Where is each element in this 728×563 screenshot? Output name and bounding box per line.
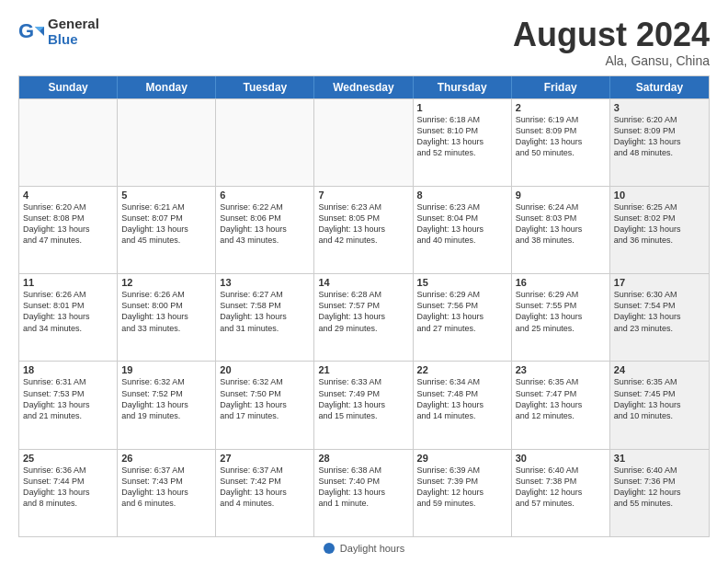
cal-cell: 24Sunrise: 6:35 AM Sunset: 7:45 PM Dayli… bbox=[610, 362, 709, 448]
footer-label: Daylight hours bbox=[340, 543, 404, 554]
day-number: 6 bbox=[220, 190, 310, 201]
cal-cell: 15Sunrise: 6:29 AM Sunset: 7:56 PM Dayli… bbox=[414, 274, 512, 361]
day-number: 18 bbox=[23, 364, 113, 375]
day-number: 31 bbox=[614, 453, 705, 464]
cal-cell: 16Sunrise: 6:29 AM Sunset: 7:55 PM Dayli… bbox=[512, 274, 610, 361]
day-info: Sunrise: 6:20 AM Sunset: 8:08 PM Dayligh… bbox=[23, 201, 113, 247]
title-block: August 2024 Ala, Gansu, China bbox=[513, 17, 710, 68]
day-number: 25 bbox=[23, 453, 113, 464]
day-info: Sunrise: 6:34 AM Sunset: 7:48 PM Dayligh… bbox=[417, 376, 507, 421]
day-number: 4 bbox=[23, 190, 113, 201]
day-number: 21 bbox=[318, 364, 408, 375]
day-info: Sunrise: 6:32 AM Sunset: 7:52 PM Dayligh… bbox=[121, 376, 211, 421]
cal-cell: 29Sunrise: 6:39 AM Sunset: 7:39 PM Dayli… bbox=[414, 450, 512, 536]
day-number: 11 bbox=[23, 277, 113, 288]
day-info: Sunrise: 6:23 AM Sunset: 8:04 PM Dayligh… bbox=[417, 201, 507, 247]
day-info: Sunrise: 6:37 AM Sunset: 7:43 PM Dayligh… bbox=[121, 465, 211, 510]
day-number: 26 bbox=[121, 453, 211, 464]
cal-row-1: 4Sunrise: 6:20 AM Sunset: 8:08 PM Daylig… bbox=[19, 186, 709, 273]
cal-header-thursday: Thursday bbox=[414, 76, 512, 98]
day-info: Sunrise: 6:33 AM Sunset: 7:49 PM Dayligh… bbox=[318, 376, 408, 421]
day-info: Sunrise: 6:37 AM Sunset: 7:42 PM Dayligh… bbox=[220, 465, 310, 510]
day-info: Sunrise: 6:40 AM Sunset: 7:36 PM Dayligh… bbox=[614, 465, 705, 510]
subtitle: Ala, Gansu, China bbox=[513, 53, 710, 68]
day-info: Sunrise: 6:35 AM Sunset: 7:45 PM Dayligh… bbox=[614, 376, 705, 421]
cal-header-tuesday: Tuesday bbox=[216, 76, 314, 98]
page: G General Blue August 2024 Ala, Gansu, C… bbox=[0, 0, 728, 563]
cal-cell: 30Sunrise: 6:40 AM Sunset: 7:38 PM Dayli… bbox=[512, 450, 610, 536]
cal-cell: 26Sunrise: 6:37 AM Sunset: 7:43 PM Dayli… bbox=[118, 450, 216, 536]
cal-cell: 12Sunrise: 6:26 AM Sunset: 8:00 PM Dayli… bbox=[118, 274, 216, 361]
calendar-header-row: SundayMondayTuesdayWednesdayThursdayFrid… bbox=[19, 76, 709, 98]
day-number: 3 bbox=[614, 102, 705, 113]
day-number: 14 bbox=[318, 277, 408, 288]
day-number: 9 bbox=[516, 190, 606, 201]
cal-cell bbox=[216, 99, 314, 186]
cal-cell bbox=[118, 99, 216, 186]
day-info: Sunrise: 6:31 AM Sunset: 7:53 PM Dayligh… bbox=[23, 376, 113, 421]
cal-cell: 3Sunrise: 6:20 AM Sunset: 8:09 PM Daylig… bbox=[610, 99, 709, 186]
svg-text:G: G bbox=[18, 19, 34, 42]
day-number: 28 bbox=[318, 453, 408, 464]
day-info: Sunrise: 6:23 AM Sunset: 8:05 PM Dayligh… bbox=[318, 201, 408, 247]
day-info: Sunrise: 6:18 AM Sunset: 8:10 PM Dayligh… bbox=[417, 114, 507, 159]
header: G General Blue August 2024 Ala, Gansu, C… bbox=[18, 17, 710, 68]
day-number: 24 bbox=[614, 364, 705, 375]
cal-cell: 25Sunrise: 6:36 AM Sunset: 7:44 PM Dayli… bbox=[19, 450, 118, 536]
cal-cell: 31Sunrise: 6:40 AM Sunset: 7:36 PM Dayli… bbox=[610, 450, 709, 536]
day-info: Sunrise: 6:35 AM Sunset: 7:47 PM Dayligh… bbox=[516, 376, 606, 421]
footer-dot bbox=[324, 543, 335, 554]
calendar-body: 1Sunrise: 6:18 AM Sunset: 8:10 PM Daylig… bbox=[19, 98, 709, 536]
main-title: August 2024 bbox=[513, 17, 710, 53]
day-number: 1 bbox=[417, 102, 507, 113]
day-number: 30 bbox=[516, 453, 606, 464]
day-info: Sunrise: 6:40 AM Sunset: 7:38 PM Dayligh… bbox=[516, 465, 606, 510]
cal-cell: 28Sunrise: 6:38 AM Sunset: 7:40 PM Dayli… bbox=[314, 450, 413, 536]
day-number: 12 bbox=[121, 277, 211, 288]
cal-cell: 4Sunrise: 6:20 AM Sunset: 8:08 PM Daylig… bbox=[19, 187, 118, 273]
day-info: Sunrise: 6:36 AM Sunset: 7:44 PM Dayligh… bbox=[23, 465, 113, 510]
cal-cell: 5Sunrise: 6:21 AM Sunset: 8:07 PM Daylig… bbox=[118, 187, 216, 273]
day-info: Sunrise: 6:21 AM Sunset: 8:07 PM Dayligh… bbox=[121, 201, 211, 247]
day-info: Sunrise: 6:19 AM Sunset: 8:09 PM Dayligh… bbox=[516, 114, 606, 159]
day-number: 20 bbox=[220, 364, 310, 375]
cal-cell: 19Sunrise: 6:32 AM Sunset: 7:52 PM Dayli… bbox=[118, 362, 216, 448]
calendar: SundayMondayTuesdayWednesdayThursdayFrid… bbox=[18, 75, 710, 537]
day-info: Sunrise: 6:29 AM Sunset: 7:56 PM Dayligh… bbox=[417, 289, 507, 334]
logo: G General Blue bbox=[18, 17, 99, 47]
day-number: 13 bbox=[220, 277, 310, 288]
day-info: Sunrise: 6:22 AM Sunset: 8:06 PM Dayligh… bbox=[220, 201, 310, 247]
cal-header-saturday: Saturday bbox=[610, 76, 709, 98]
cal-cell bbox=[19, 99, 118, 186]
logo-icon: G bbox=[18, 19, 44, 45]
cal-cell: 18Sunrise: 6:31 AM Sunset: 7:53 PM Dayli… bbox=[19, 362, 118, 448]
cal-cell: 1Sunrise: 6:18 AM Sunset: 8:10 PM Daylig… bbox=[414, 99, 512, 186]
day-number: 5 bbox=[121, 190, 211, 201]
day-info: Sunrise: 6:27 AM Sunset: 7:58 PM Dayligh… bbox=[220, 289, 310, 334]
cal-cell: 9Sunrise: 6:24 AM Sunset: 8:03 PM Daylig… bbox=[512, 187, 610, 273]
day-number: 15 bbox=[417, 277, 507, 288]
day-info: Sunrise: 6:25 AM Sunset: 8:02 PM Dayligh… bbox=[614, 201, 705, 247]
cal-cell: 8Sunrise: 6:23 AM Sunset: 8:04 PM Daylig… bbox=[414, 187, 512, 273]
cal-cell bbox=[314, 99, 413, 186]
cal-header-wednesday: Wednesday bbox=[314, 76, 413, 98]
cal-cell: 22Sunrise: 6:34 AM Sunset: 7:48 PM Dayli… bbox=[414, 362, 512, 448]
day-info: Sunrise: 6:20 AM Sunset: 8:09 PM Dayligh… bbox=[614, 114, 705, 159]
cal-header-friday: Friday bbox=[512, 76, 610, 98]
cal-header-monday: Monday bbox=[118, 76, 216, 98]
day-number: 29 bbox=[417, 453, 507, 464]
day-info: Sunrise: 6:30 AM Sunset: 7:54 PM Dayligh… bbox=[614, 289, 705, 334]
cal-cell: 23Sunrise: 6:35 AM Sunset: 7:47 PM Dayli… bbox=[512, 362, 610, 448]
day-info: Sunrise: 6:26 AM Sunset: 8:01 PM Dayligh… bbox=[23, 289, 113, 334]
day-info: Sunrise: 6:26 AM Sunset: 8:00 PM Dayligh… bbox=[121, 289, 211, 334]
day-number: 22 bbox=[417, 364, 507, 375]
day-number: 19 bbox=[121, 364, 211, 375]
day-info: Sunrise: 6:38 AM Sunset: 7:40 PM Dayligh… bbox=[318, 465, 408, 510]
cal-cell: 10Sunrise: 6:25 AM Sunset: 8:02 PM Dayli… bbox=[610, 187, 709, 273]
logo-general: General bbox=[48, 17, 99, 32]
day-number: 2 bbox=[516, 102, 606, 113]
cal-row-0: 1Sunrise: 6:18 AM Sunset: 8:10 PM Daylig… bbox=[19, 98, 709, 186]
cal-header-sunday: Sunday bbox=[19, 76, 118, 98]
cal-cell: 6Sunrise: 6:22 AM Sunset: 8:06 PM Daylig… bbox=[216, 187, 314, 273]
cal-cell: 11Sunrise: 6:26 AM Sunset: 8:01 PM Dayli… bbox=[19, 274, 118, 361]
